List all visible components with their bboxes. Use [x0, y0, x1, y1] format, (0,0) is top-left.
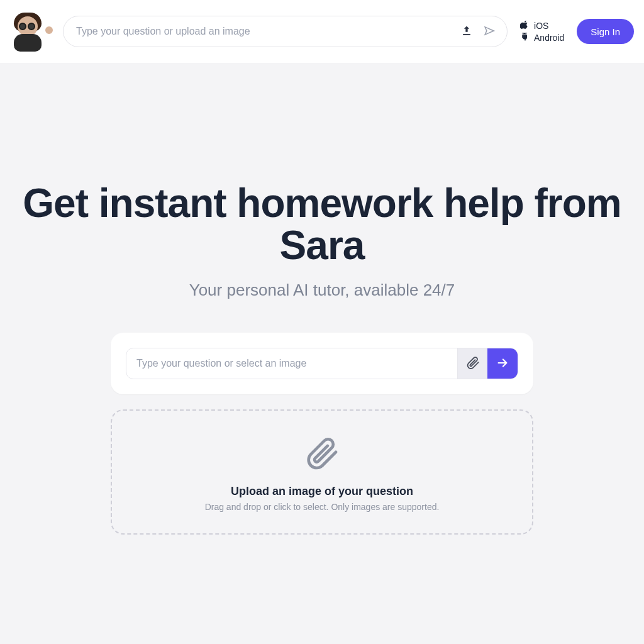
apple-icon: [520, 20, 529, 31]
header-send-button[interactable]: [478, 20, 501, 43]
app-download-links: iOS Android: [520, 20, 564, 43]
sign-in-button[interactable]: Sign In: [577, 19, 634, 44]
submit-button[interactable]: [487, 348, 518, 379]
paperclip-icon: [304, 436, 340, 471]
arrow-right-icon: [496, 356, 509, 372]
hero-subtitle: Your personal AI tutor, available 24/7: [0, 280, 644, 300]
android-link-label: Android: [534, 33, 564, 43]
ios-link[interactable]: iOS: [520, 20, 564, 31]
app-header: iOS Android Sign In: [0, 0, 644, 63]
header-search-bar: [63, 16, 508, 47]
header-upload-button[interactable]: [455, 20, 478, 43]
hero-title: Get instant homework help from Sara: [20, 182, 624, 267]
android-link[interactable]: Android: [520, 32, 564, 43]
paperclip-icon: [466, 356, 480, 372]
upload-dropzone[interactable]: Upload an image of your question Drag an…: [111, 409, 533, 535]
upload-icon: [460, 25, 473, 39]
dropzone-subtitle: Drag and drop or click to select. Only i…: [125, 502, 519, 512]
header-search-input[interactable]: [76, 26, 455, 37]
send-icon: [483, 25, 496, 39]
attach-button[interactable]: [457, 348, 487, 379]
android-icon: [520, 32, 529, 43]
sara-avatar: [10, 11, 50, 52]
question-input-row: [126, 348, 518, 379]
question-input[interactable]: [126, 348, 457, 379]
question-card: [111, 333, 533, 394]
ios-link-label: iOS: [534, 21, 548, 31]
hero-section: Get instant homework help from Sara Your…: [0, 63, 644, 300]
dropzone-title: Upload an image of your question: [125, 485, 519, 498]
